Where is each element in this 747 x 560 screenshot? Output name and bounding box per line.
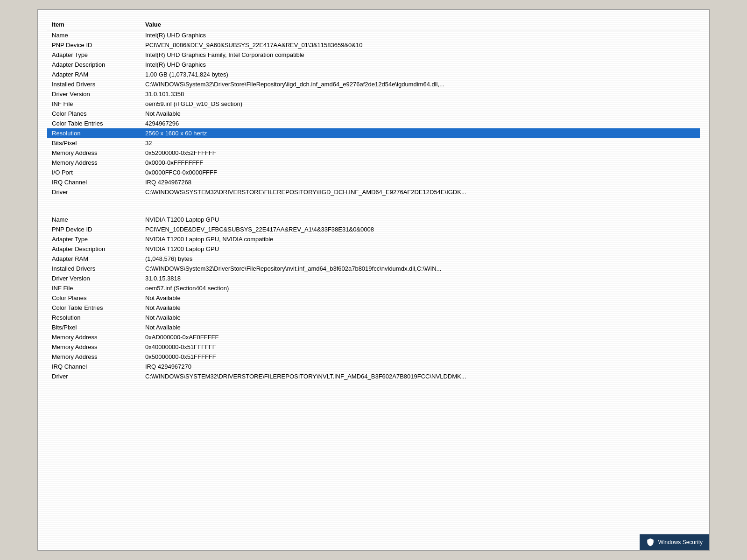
value-cell: C:\WINDOWS\SYSTEM32\DRIVERSTORE\FILEREPO…	[141, 371, 700, 381]
table-row: INF Fileoem57.inf (Section404 section)	[47, 283, 700, 293]
table-row: PNP Device IDPCI\VEN_10DE&DEV_1FBC&SUBSY…	[47, 224, 700, 234]
value-cell: Intel(R) UHD Graphics Family, Intel Corp…	[141, 50, 700, 60]
item-cell: Adapter Description	[47, 244, 141, 254]
value-cell: IRQ 4294967268	[141, 177, 700, 187]
value-cell: PCI\VEN_8086&DEV_9A60&SUBSYS_22E417AA&RE…	[141, 40, 700, 50]
table-row: Adapter TypeIntel(R) UHD Graphics Family…	[47, 50, 700, 60]
item-cell: Name	[47, 30, 141, 41]
table-row: Driver Version31.0.15.3818	[47, 273, 700, 283]
item-cell: Memory Address	[47, 148, 141, 158]
value-cell: IRQ 4294967270	[141, 362, 700, 371]
main-window: Item Value NameIntel(R) UHD GraphicsPNP …	[37, 9, 710, 551]
item-cell: Installed Drivers	[47, 79, 141, 89]
value-cell: NVIDIA T1200 Laptop GPU	[141, 244, 700, 254]
item-cell: Bits/Pixel	[47, 322, 141, 332]
item-cell: Adapter Type	[47, 234, 141, 244]
table-row: NameIntel(R) UHD Graphics	[47, 30, 700, 41]
value-cell: 0x0000FFC0-0x0000FFFF	[141, 168, 700, 177]
table-row: Adapter DescriptionIntel(R) UHD Graphics	[47, 60, 700, 70]
value-cell: 32	[141, 138, 700, 148]
value-cell: oem59.inf (iTGLD_w10_DS section)	[141, 99, 700, 109]
value-cell: PCI\VEN_10DE&DEV_1FBC&SUBSYS_22E417AA&RE…	[141, 224, 700, 234]
table-row: DriverC:\WINDOWS\SYSTEM32\DRIVERSTORE\FI…	[47, 371, 700, 381]
item-cell: PNP Device ID	[47, 224, 141, 234]
properties-table: Item Value NameIntel(R) UHD GraphicsPNP …	[47, 19, 700, 381]
item-cell: Resolution	[47, 313, 141, 322]
value-cell: oem57.inf (Section404 section)	[141, 283, 700, 293]
item-cell: Memory Address	[47, 332, 141, 342]
table-row: IRQ ChannelIRQ 4294967270	[47, 362, 700, 371]
table-row: Color Table Entries4294967296	[47, 119, 700, 128]
windows-security-label: Windows Security	[658, 539, 703, 546]
item-cell: Color Planes	[47, 109, 141, 119]
table-row: Memory Address0x50000000-0x51FFFFFF	[47, 352, 700, 362]
table-row: Color PlanesNot Available	[47, 293, 700, 303]
item-cell: Color Table Entries	[47, 303, 141, 313]
table-row: Adapter DescriptionNVIDIA T1200 Laptop G…	[47, 244, 700, 254]
item-cell: Memory Address	[47, 352, 141, 362]
item-cell: I/O Port	[47, 168, 141, 177]
item-cell: IRQ Channel	[47, 362, 141, 371]
value-cell: Not Available	[141, 109, 700, 119]
table-row: Color Table EntriesNot Available	[47, 303, 700, 313]
value-cell: C:\WINDOWS\System32\DriverStore\FileRepo…	[141, 264, 700, 273]
table-row: Bits/Pixel32	[47, 138, 700, 148]
item-cell: Installed Drivers	[47, 264, 141, 273]
value-cell: 31.0.101.3358	[141, 89, 700, 99]
value-cell: (1,048,576) bytes	[141, 254, 700, 264]
item-cell: Bits/Pixel	[47, 138, 141, 148]
value-cell: 0x0000-0xFFFFFFFF	[141, 158, 700, 168]
item-cell: PNP Device ID	[47, 40, 141, 50]
value-cell: 0xAD000000-0xAE0FFFFF	[141, 332, 700, 342]
value-cell: 31.0.15.3818	[141, 273, 700, 283]
table-row: Memory Address0x40000000-0x51FFFFFF	[47, 342, 700, 352]
spacer-cell	[47, 197, 141, 215]
value-cell: 0x40000000-0x51FFFFFF	[141, 342, 700, 352]
value-cell: Not Available	[141, 303, 700, 313]
table-row[interactable]: Resolution2560 x 1600 x 60 hertz	[47, 128, 700, 138]
table-row: PNP Device IDPCI\VEN_8086&DEV_9A60&SUBSY…	[47, 40, 700, 50]
table-row: DriverC:\WINDOWS\SYSTEM32\DRIVERSTORE\FI…	[47, 187, 700, 197]
item-cell: Color Planes	[47, 293, 141, 303]
value-cell: Intel(R) UHD Graphics	[141, 30, 700, 41]
item-cell: Driver	[47, 371, 141, 381]
item-cell: INF File	[47, 283, 141, 293]
value-cell: 1.00 GB (1,073,741,824 bytes)	[141, 70, 700, 79]
item-cell: Resolution	[47, 128, 141, 138]
table-row: Driver Version31.0.101.3358	[47, 89, 700, 99]
value-cell: C:\WINDOWS\System32\DriverStore\FileRepo…	[141, 79, 700, 89]
value-cell: 4294967296	[141, 119, 700, 128]
table-row: NameNVIDIA T1200 Laptop GPU	[47, 215, 700, 224]
shield-icon	[646, 538, 655, 546]
value-cell: 2560 x 1600 x 60 hertz	[141, 128, 700, 138]
table-row: ResolutionNot Available	[47, 313, 700, 322]
value-cell: Not Available	[141, 322, 700, 332]
table-row: Installed DriversC:\WINDOWS\System32\Dri…	[47, 79, 700, 89]
table-row: Memory Address0x52000000-0x52FFFFFF	[47, 148, 700, 158]
value-cell: Not Available	[141, 313, 700, 322]
table-row: Memory Address0x0000-0xFFFFFFFF	[47, 158, 700, 168]
value-cell: 0x52000000-0x52FFFFFF	[141, 148, 700, 158]
item-cell: Memory Address	[47, 158, 141, 168]
table-row: Color PlanesNot Available	[47, 109, 700, 119]
table-row: Installed DriversC:\WINDOWS\System32\Dri…	[47, 264, 700, 273]
value-cell: C:\WINDOWS\SYSTEM32\DRIVERSTORE\FILEREPO…	[141, 187, 700, 197]
table-row: Bits/PixelNot Available	[47, 322, 700, 332]
table-row: Memory Address0xAD000000-0xAE0FFFFF	[47, 332, 700, 342]
table-row: Adapter RAM(1,048,576) bytes	[47, 254, 700, 264]
item-cell: Driver	[47, 187, 141, 197]
value-cell: 0x50000000-0x51FFFFFF	[141, 352, 700, 362]
item-cell: Color Table Entries	[47, 119, 141, 128]
table-row: I/O Port0x0000FFC0-0x0000FFFF	[47, 168, 700, 177]
table-row: IRQ ChannelIRQ 4294967268	[47, 177, 700, 187]
column-header-item: Item	[47, 19, 141, 30]
item-cell: Memory Address	[47, 342, 141, 352]
item-cell: Driver Version	[47, 89, 141, 99]
column-header-value: Value	[141, 19, 700, 30]
item-cell: INF File	[47, 99, 141, 109]
windows-security-badge: Windows Security	[640, 534, 709, 550]
item-cell: IRQ Channel	[47, 177, 141, 187]
item-cell: Name	[47, 215, 141, 224]
table-row: Adapter TypeNVIDIA T1200 Laptop GPU, NVI…	[47, 234, 700, 244]
item-cell: Driver Version	[47, 273, 141, 283]
